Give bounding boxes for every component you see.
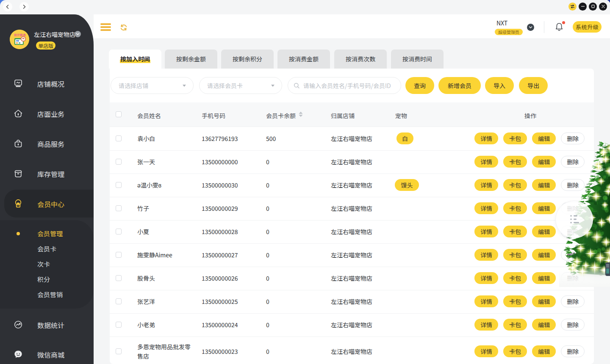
svg-text:设计图表: 设计图表 [14, 33, 26, 37]
